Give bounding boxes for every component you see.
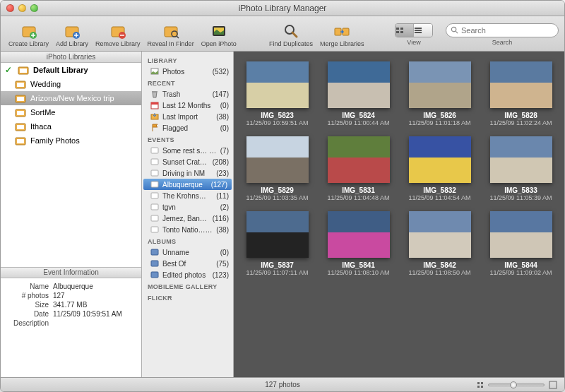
photo-thumbnail[interactable]: IMG_582311/25/09 10:59:51 AM — [239, 61, 315, 126]
photo-thumbnail[interactable]: IMG_582811/25/09 11:02:24 AM — [483, 61, 559, 126]
source-item[interactable]: Trash (147) — [142, 88, 233, 100]
photo-name: IMG_5844 — [504, 261, 537, 269]
status-bar: 127 photos — [1, 377, 564, 391]
source-item[interactable]: Flagged (0) — [142, 122, 233, 133]
photo-thumbnail[interactable]: IMG_582611/25/09 11:01:18 AM — [402, 61, 477, 126]
photo-thumbnail[interactable]: IMG_582411/25/09 11:00:44 AM — [321, 61, 396, 126]
search-input[interactable] — [461, 26, 554, 35]
photo-date: 11/25/09 11:03:35 AM — [246, 194, 308, 201]
zoom-slider[interactable] — [488, 384, 545, 386]
view-grid-button[interactable] — [396, 24, 414, 37]
source-item-label: Some rest s… , near AZ — [162, 147, 217, 155]
merge-libraries-button[interactable]: Merge Libraries — [318, 22, 367, 47]
photo-thumbnail[interactable]: IMG_583211/25/09 11:04:54 AM — [402, 136, 477, 201]
photo-name: IMG_5832 — [423, 186, 456, 194]
remove-library-button[interactable]: Remove Library — [93, 22, 143, 47]
open-iphoto-button[interactable]: Open iPhoto — [199, 22, 239, 47]
photo-thumbnail[interactable]: IMG_583111/25/09 11:04:48 AM — [321, 136, 396, 201]
photo-date: 11/25/09 11:00:44 AM — [327, 119, 389, 126]
source-group-header: FLICKR — [142, 292, 233, 303]
svg-rect-42 — [151, 193, 158, 198]
photo-thumbnail[interactable]: IMG_583711/25/09 11:07:11 AM — [239, 211, 315, 276]
photo-date: 11/25/09 11:09:02 AM — [489, 269, 552, 276]
photo-image — [328, 136, 390, 183]
source-item[interactable]: Tonto Natio…orest, Az (38) — [142, 224, 233, 235]
photo-image — [490, 136, 552, 183]
source-item-count: (38) — [216, 226, 229, 234]
source-item-icon — [150, 169, 159, 177]
toolbar: Create Library Add Library Remove Librar… — [1, 16, 564, 52]
photo-name: IMG_5826 — [423, 112, 456, 119]
libraries-panel: iPhoto Libraries ✓Default LibraryWedding… — [1, 52, 142, 377]
svg-rect-49 — [477, 382, 480, 384]
library-item[interactable]: Family Photos — [1, 133, 141, 148]
source-item[interactable]: Last Import (38) — [142, 111, 233, 122]
source-item-count: (0) — [220, 102, 229, 109]
source-item-count: (0) — [220, 249, 229, 256]
photo-thumbnail[interactable]: IMG_584211/25/09 11:08:50 AM — [402, 211, 477, 276]
source-item[interactable]: Sunset Crate…i Ruins (208) — [142, 156, 233, 167]
source-item-icon — [150, 259, 159, 268]
source-item[interactable]: Last 12 Months (0) — [142, 100, 233, 111]
photo-image — [490, 61, 552, 108]
toolbar-label: Reveal In Finder — [148, 40, 194, 47]
svg-rect-13 — [396, 28, 399, 30]
photo-date: 11/25/09 10:59:51 AM — [246, 119, 308, 126]
photo-date: 11/25/09 11:07:11 AM — [246, 269, 308, 276]
source-item[interactable]: Photos (532) — [142, 66, 233, 77]
zoom-knob[interactable] — [510, 381, 517, 388]
source-item-label: Unname — [162, 249, 217, 256]
library-name: Family Photos — [30, 136, 80, 145]
svg-rect-53 — [549, 381, 557, 388]
photo-thumbnail[interactable]: IMG_582911/25/09 11:03:35 AM — [239, 136, 315, 201]
source-item[interactable]: Some rest s… , near AZ (7) — [142, 145, 233, 156]
photo-thumbnail[interactable]: IMG_584411/25/09 11:09:02 AM — [483, 211, 559, 276]
open-iphoto-icon — [210, 22, 228, 40]
find-duplicates-icon — [282, 22, 300, 40]
source-item[interactable]: Albuquerque (127) — [143, 179, 232, 190]
source-item[interactable]: tgvn (2) — [142, 201, 233, 213]
source-item[interactable]: Edited photos (123) — [142, 269, 233, 280]
photo-date: 11/25/09 11:01:18 AM — [408, 119, 470, 126]
library-item[interactable]: Wedding — [1, 77, 141, 91]
source-list: LIBRARYPhotos (532)RECENTTrash (147)Last… — [142, 52, 234, 377]
info-value: 11/25/09 10:59:51 AM — [53, 310, 122, 318]
photo-thumbnail[interactable]: IMG_584111/25/09 11:08:10 AM — [321, 211, 396, 276]
photo-image — [409, 61, 471, 108]
toolbar-label: Remove Library — [95, 40, 141, 47]
source-item-label: Albuquerque — [162, 181, 208, 189]
source-group-header: ALBUMS — [142, 235, 233, 247]
source-item-label: Edited photos — [162, 271, 209, 279]
source-item[interactable]: Driving in NM (23) — [142, 167, 233, 179]
source-item-count: (0) — [220, 124, 229, 132]
toolbar-label: Open iPhoto — [201, 40, 237, 47]
search-group: Search — [446, 23, 559, 46]
reveal-in-finder-button[interactable]: Reveal In Finder — [145, 22, 196, 47]
source-item-count: (7) — [220, 147, 229, 155]
source-item-count: (116) — [213, 215, 229, 222]
add-library-button[interactable]: Add Library — [54, 22, 90, 47]
view-list-button[interactable] — [414, 24, 432, 37]
source-item[interactable]: Unname (0) — [142, 247, 233, 258]
photo-image — [328, 61, 390, 108]
source-group-header: EVENTS — [142, 133, 233, 145]
source-item[interactable]: Best Of (75) — [142, 258, 233, 269]
search-field[interactable] — [446, 23, 559, 37]
library-item[interactable]: Arizona/New Mexico trip — [1, 91, 141, 105]
source-item[interactable]: Jemez, Band…4 views (116) — [142, 213, 233, 224]
source-item[interactable]: The Krohns…uquerque (11) — [142, 190, 233, 201]
event-info-header: Event Information — [1, 267, 141, 278]
source-item-icon — [150, 67, 159, 76]
source-item-count: (532) — [213, 68, 229, 76]
photo-name: IMG_5837 — [261, 261, 294, 269]
find-duplicates-button[interactable]: Find Duplicates — [267, 22, 315, 47]
library-item[interactable]: ✓Default Library — [1, 63, 141, 77]
create-library-button[interactable]: Create Library — [6, 22, 51, 47]
svg-rect-26 — [17, 97, 24, 101]
library-item[interactable]: SortMe — [1, 105, 141, 119]
source-item-label: Driving in NM — [162, 170, 213, 177]
svg-rect-18 — [415, 30, 422, 31]
photo-thumbnail[interactable]: IMG_583311/25/09 11:05:39 AM — [483, 136, 559, 201]
library-item[interactable]: Ithaca — [1, 119, 141, 133]
photo-grid-panel[interactable]: IMG_582311/25/09 10:59:51 AMIMG_582411/2… — [234, 52, 564, 377]
